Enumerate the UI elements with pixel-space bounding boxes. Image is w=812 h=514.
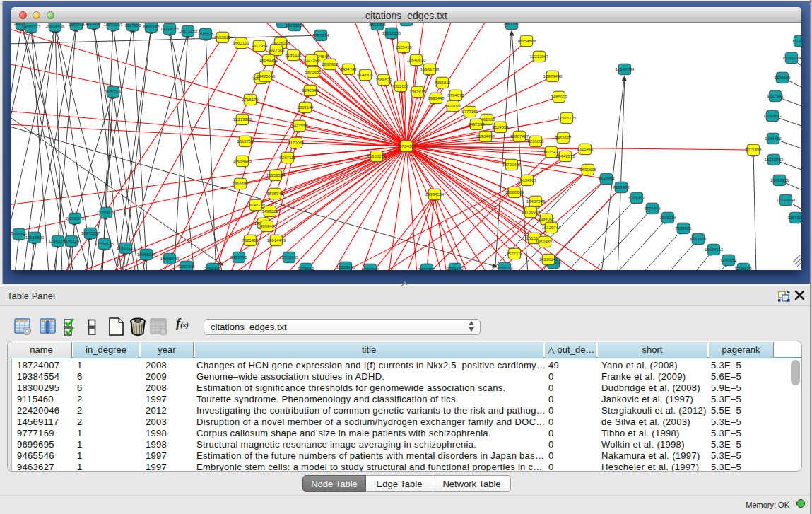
svg-text:7515526: 7515526: [197, 32, 214, 36]
svg-text:9660123: 9660123: [233, 41, 249, 45]
svg-text:9242848: 9242848: [302, 88, 319, 93]
svg-text:16543362: 16543362: [259, 58, 278, 62]
svg-text:17957223: 17957223: [117, 246, 136, 250]
svg-text:14136141: 14136141: [539, 257, 558, 262]
svg-text:9327503: 9327503: [268, 48, 285, 52]
svg-text:12923468: 12923468: [336, 265, 355, 269]
svg-text:8322037: 8322037: [392, 84, 409, 88]
svg-text:25300275: 25300275: [367, 154, 387, 158]
svg-text:9699695: 9699695: [579, 168, 596, 172]
svg-text:18640910: 18640910: [407, 58, 426, 62]
svg-text:8427552: 8427552: [291, 124, 308, 128]
svg-text:9463627: 9463627: [555, 136, 572, 140]
svg-text:9215958: 9215958: [745, 148, 762, 152]
svg-text:10853267: 10853267: [104, 23, 123, 27]
svg-text:5875685: 5875685: [305, 70, 322, 74]
svg-text:10807487: 10807487: [510, 134, 529, 139]
svg-text:3624554: 3624554: [492, 125, 509, 129]
svg-text:17359928: 17359928: [97, 211, 116, 215]
svg-text:13353594: 13353594: [266, 173, 286, 177]
svg-text:1325419: 1325419: [395, 45, 412, 49]
svg-text:5878342: 5878342: [266, 192, 283, 196]
svg-text:9146821: 9146821: [357, 73, 374, 77]
svg-text:20691406: 20691406: [46, 24, 65, 28]
svg-text:8186328: 8186328: [285, 53, 302, 57]
svg-text:2687682: 2687682: [503, 23, 520, 26]
svg-text:7632621: 7632621: [675, 226, 692, 230]
svg-text:14099480: 14099480: [258, 224, 277, 228]
svg-text:7485003: 7485003: [551, 95, 567, 99]
svg-text:1610755: 1610755: [237, 139, 254, 144]
svg-text:1421022: 1421022: [445, 104, 461, 108]
svg-text:9245013: 9245013: [496, 266, 513, 270]
svg-text:9474444: 9474444: [644, 206, 661, 211]
svg-text:10719155: 10719155: [160, 27, 180, 31]
svg-text:9243652: 9243652: [720, 258, 737, 262]
svg-text:10958117: 10958117: [137, 252, 156, 257]
svg-text:12505135: 12505135: [95, 242, 114, 246]
svg-text:15720407: 15720407: [502, 163, 522, 167]
svg-text:10975857: 10975857: [81, 231, 100, 235]
svg-text:18724007: 18724007: [397, 144, 416, 148]
svg-text:6497598: 6497598: [468, 122, 485, 127]
svg-text:12093872: 12093872: [763, 114, 782, 118]
svg-text:6216000: 6216000: [527, 139, 544, 144]
svg-text:10973493: 10973493: [543, 74, 563, 78]
svg-text:12975125: 12975125: [558, 116, 577, 120]
svg-text:8454749: 8454749: [340, 67, 357, 71]
svg-text:1292340: 1292340: [362, 267, 379, 270]
svg-text:9777169: 9777169: [461, 110, 478, 114]
svg-text:1170056: 1170056: [288, 141, 305, 145]
svg-text:1990448: 1990448: [428, 96, 445, 100]
svg-text:9457790: 9457790: [418, 267, 435, 270]
svg-text:16782759: 16782759: [160, 257, 180, 261]
svg-text:9246520: 9246520: [735, 267, 752, 270]
svg-text:2933114: 2933114: [660, 216, 677, 220]
svg-text:1112690: 1112690: [792, 39, 801, 43]
svg-text:6466160: 6466160: [143, 25, 160, 29]
svg-text:9227343: 9227343: [767, 94, 784, 98]
svg-text:12213967: 12213967: [530, 54, 549, 59]
svg-text:7625402: 7625402: [242, 238, 259, 243]
svg-text:16210643: 16210643: [765, 158, 784, 162]
svg-text:19524851: 19524851: [536, 240, 555, 244]
svg-text:2050135: 2050135: [204, 267, 221, 270]
svg-text:13218506: 13218506: [382, 31, 401, 35]
svg-text:16671355: 16671355: [179, 29, 198, 33]
svg-text:7663822: 7663822: [214, 35, 231, 40]
svg-text:1362615: 1362615: [409, 90, 426, 94]
svg-text:28449575: 28449575: [556, 154, 575, 158]
svg-text:16914479: 16914479: [267, 238, 286, 243]
svg-text:9853267: 9853267: [85, 23, 102, 25]
svg-text:19654923: 19654923: [518, 178, 537, 182]
svg-text:3267110: 3267110: [280, 156, 297, 160]
svg-text:17010504: 17010504: [777, 198, 796, 202]
svg-text:1571640: 1571640: [447, 267, 464, 270]
svg-text:16154808: 16154808: [517, 39, 536, 43]
svg-text:8938923: 8938923: [613, 185, 630, 189]
svg-text:15751074: 15751074: [782, 56, 801, 60]
svg-text:12213382: 12213382: [233, 117, 252, 122]
svg-text:19756928: 19756928: [522, 210, 541, 214]
svg-text:6794078: 6794078: [447, 93, 464, 98]
svg-text:9115460: 9115460: [577, 147, 594, 151]
svg-text:9384067: 9384067: [538, 217, 555, 221]
svg-text:13156829: 13156829: [25, 235, 45, 240]
svg-text:1983718: 1983718: [68, 23, 85, 27]
svg-text:2803144: 2803144: [297, 105, 314, 110]
svg-text:16120746: 16120746: [542, 226, 561, 230]
svg-text:9457791: 9457791: [230, 255, 247, 259]
svg-text:16961758: 16961758: [420, 67, 440, 71]
svg-text:1244419: 1244419: [765, 136, 782, 141]
svg-text:6379197: 6379197: [628, 196, 645, 200]
svg-text:9327598: 9327598: [303, 58, 320, 62]
svg-text:14055713: 14055713: [22, 25, 41, 29]
svg-text:15692971: 15692971: [770, 178, 789, 182]
svg-text:21364436: 21364436: [476, 134, 495, 139]
svg-text:1145114: 1145114: [64, 239, 80, 243]
svg-text:8471676: 8471676: [690, 237, 707, 241]
svg-text:5498222: 5498222: [261, 209, 278, 214]
svg-text:10654112: 10654112: [705, 247, 724, 252]
svg-text:1527602: 1527602: [124, 23, 141, 28]
svg-text:1916682: 1916682: [232, 182, 249, 186]
